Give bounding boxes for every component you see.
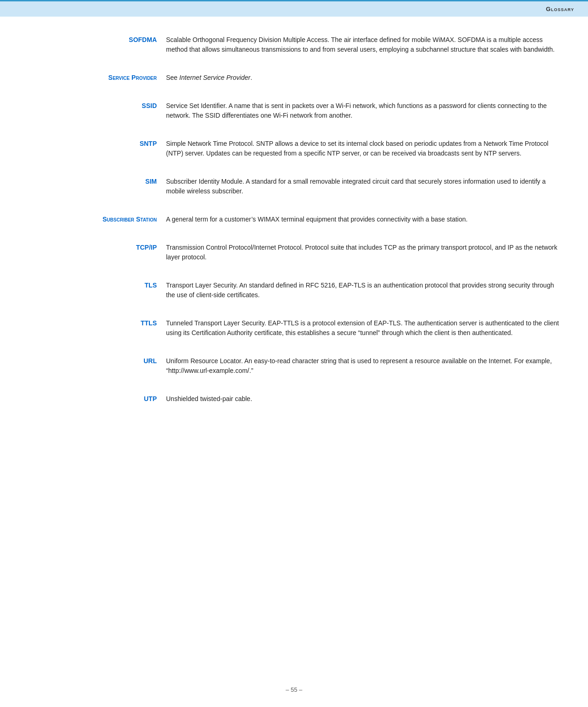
- term-utp: UTP: [28, 394, 166, 402]
- definition-tcp-ip: Transmission Control Protocol/Internet P…: [166, 243, 560, 262]
- page-footer: – 55 –: [0, 686, 588, 693]
- content-area: SOFDMA Scalable Orthogonal Frequency Div…: [0, 17, 588, 450]
- term-subscriber-station: Subscriber Station: [28, 215, 166, 223]
- term-tcp-ip: TCP/IP: [28, 243, 166, 251]
- term-tls: TLS: [28, 281, 166, 289]
- glossary-entry-tcp-ip: TCP/IP Transmission Control Protocol/Int…: [28, 243, 560, 262]
- glossary-entry-ttls: TTLS Tunneled Transport Layer Security. …: [28, 318, 560, 338]
- term-sntp: SNTP: [28, 139, 166, 147]
- page-title: Glossary: [546, 6, 574, 12]
- term-url: URL: [28, 356, 166, 365]
- term-ssid: SSID: [28, 101, 166, 109]
- glossary-entry-utp: UTP Unshielded twisted-pair cable.: [28, 394, 560, 404]
- term-service-provider: Service Provider: [28, 73, 166, 81]
- glossary-entry-sofdma: SOFDMA Scalable Orthogonal Frequency Div…: [28, 35, 560, 54]
- glossary-entry-url: URL Uniform Resource Locator. An easy-to…: [28, 356, 560, 376]
- definition-sim: Subscriber Identity Module. A standard f…: [166, 177, 560, 196]
- term-sim: SIM: [28, 177, 166, 185]
- definition-sofdma: Scalable Orthogonal Frequency Division M…: [166, 35, 560, 54]
- definition-url: Uniform Resource Locator. An easy-to-rea…: [166, 356, 560, 376]
- glossary-entry-ssid: SSID Service Set Identifier. A name that…: [28, 101, 560, 120]
- term-sofdma: SOFDMA: [28, 35, 166, 43]
- definition-service-provider: See Internet Service Provider.: [166, 73, 560, 83]
- glossary-entry-service-provider: Service Provider See Internet Service Pr…: [28, 73, 560, 83]
- term-ttls: TTLS: [28, 318, 166, 327]
- definition-ttls: Tunneled Transport Layer Security. EAP-T…: [166, 318, 560, 338]
- definition-utp: Unshielded twisted-pair cable.: [166, 394, 560, 404]
- glossary-entry-sntp: SNTP Simple Network Time Protocol. SNTP …: [28, 139, 560, 158]
- glossary-entry-tls: TLS Transport Layer Security. An standar…: [28, 281, 560, 300]
- glossary-entry-sim: SIM Subscriber Identity Module. A standa…: [28, 177, 560, 196]
- page-number: – 55 –: [285, 686, 302, 693]
- definition-subscriber-station: A general term for a customer’s WIMAX te…: [166, 215, 560, 224]
- definition-ssid: Service Set Identifier. A name that is s…: [166, 101, 560, 120]
- definition-sntp: Simple Network Time Protocol. SNTP allow…: [166, 139, 560, 158]
- definition-tls: Transport Layer Security. An standard de…: [166, 281, 560, 300]
- header-bar: Glossary: [0, 0, 588, 17]
- glossary-entry-subscriber-station: Subscriber Station A general term for a …: [28, 215, 560, 224]
